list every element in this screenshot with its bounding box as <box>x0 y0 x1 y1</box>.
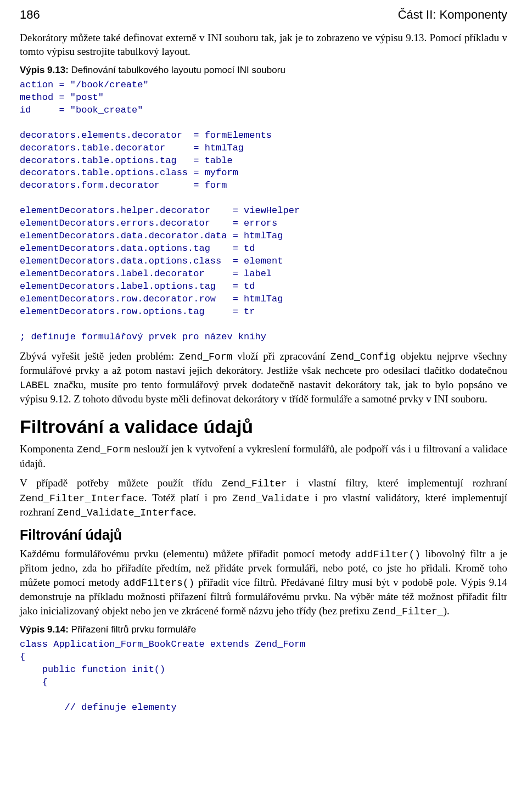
listing-text: Přiřazení filtrů prvku formuláře <box>69 624 196 635</box>
inline-code: Zend_Filter_ <box>372 606 444 617</box>
inline-code: addFilters() <box>124 578 195 589</box>
text: značku, musíte pro tento formulářový prv… <box>20 379 507 405</box>
paragraph-intro: Dekorátory můžete také definovat externě… <box>20 31 507 59</box>
inline-code: LABEL <box>20 380 49 391</box>
paragraph-component-form: Komponenta Zend_Form neslouží jen k vytv… <box>20 442 507 471</box>
text: Komponenta <box>20 443 77 455</box>
paragraph-addfilter: Každému formulářovému prvku (elementu) m… <box>20 547 507 618</box>
heading-filtering-validation: Filtrování a validace údajů <box>20 415 507 440</box>
text: i vlastní filtry, které implementují roz… <box>287 477 507 489</box>
code-listing-914: class Application_Form_BookCreate extend… <box>20 639 507 714</box>
listing-label: Výpis 9.13: <box>20 65 69 75</box>
inline-code: Zend_Form <box>179 351 232 362</box>
inline-code: Zend_Validate <box>232 493 309 504</box>
listing-caption-914: Výpis 9.14: Přiřazení filtrů prvku formu… <box>20 624 507 636</box>
listing-caption-913: Výpis 9.13: Definování tabulkového layou… <box>20 64 507 77</box>
text: vloží při zpracování <box>232 350 330 362</box>
text: . Totéž platí i pro <box>144 492 232 503</box>
page-number: 186 <box>20 7 40 23</box>
page: 186 Část II: Komponenty Dekorátory můžet… <box>0 0 527 812</box>
text: V případě potřeby můžete použít třídu <box>20 477 222 489</box>
heading-filtering: Filtrování údajů <box>20 526 507 545</box>
text: ). <box>444 605 450 617</box>
text: Každému formulářovému prvku (elementu) m… <box>20 548 355 559</box>
inline-code: Zend_Filter <box>222 478 287 489</box>
text: . <box>194 506 197 518</box>
code-listing-913: action = "/book/create" method = "post" … <box>20 79 507 344</box>
section-title: Část II: Komponenty <box>398 7 507 23</box>
listing-label: Výpis 9.14: <box>20 624 69 635</box>
inline-code: Zend_Filter_Interface <box>20 493 144 504</box>
text: Zbývá vyřešit ještě jeden problém: <box>20 350 179 362</box>
inline-code: addFilter() <box>355 549 421 560</box>
paragraph-filter-validate: V případě potřeby můžete použít třídu Ze… <box>20 476 507 519</box>
listing-text: Definování tabulkového layoutu pomocí IN… <box>69 65 285 75</box>
inline-code: Zend_Config <box>330 351 396 362</box>
inline-code: Zend_Form <box>77 444 130 455</box>
paragraph-after-913: Zbývá vyřešit ještě jeden problém: Zend_… <box>20 349 507 406</box>
inline-code: Zend_Validate_Interface <box>57 507 193 518</box>
running-head: 186 Část II: Komponenty <box>20 7 507 23</box>
